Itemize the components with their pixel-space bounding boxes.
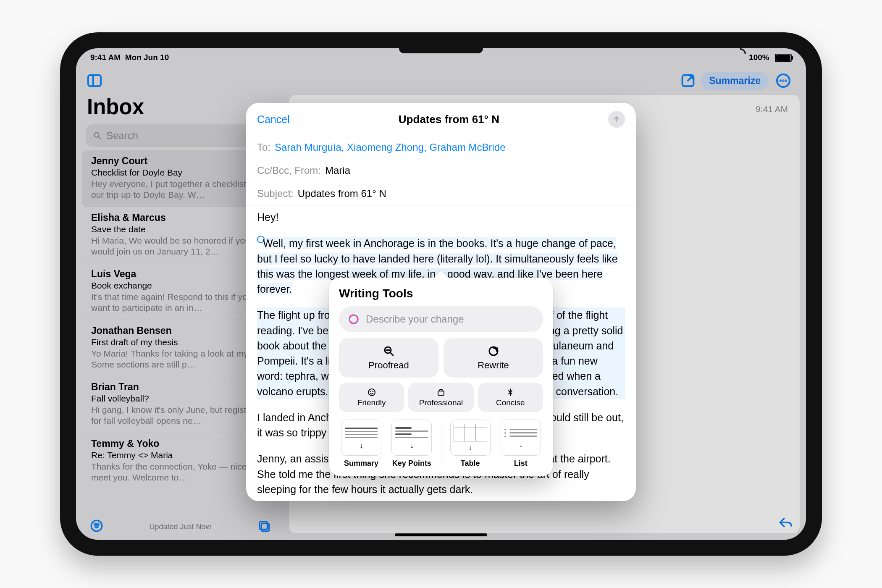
subject-field[interactable]: Subject: Updates from 61° N: [246, 182, 636, 205]
briefcase-icon: [436, 387, 446, 397]
home-indicator[interactable]: [395, 533, 487, 536]
preview-text: It's that time again! Respond to this if…: [91, 291, 272, 314]
compose-footer-icon[interactable]: [257, 519, 271, 535]
table-label: Table: [461, 459, 480, 468]
cancel-button[interactable]: Cancel: [257, 113, 290, 126]
status-time: 9:41 AM: [90, 53, 121, 62]
body-paragraph: Hey!: [257, 210, 625, 225]
svg-point-24: [373, 391, 373, 392]
summary-card[interactable]: ↓ Summary: [339, 420, 383, 468]
subject-line: Checklist for Doyle Bay: [91, 168, 272, 178]
concise-button[interactable]: Concise: [478, 383, 543, 412]
compose-title: Updates from 61° N: [399, 113, 499, 126]
ccbcc-field[interactable]: Cc/Bcc, From: Maria: [246, 159, 636, 182]
professional-button[interactable]: Professional: [408, 383, 473, 412]
subject-line: Re: Temmy <> Maria: [91, 450, 272, 460]
svg-rect-25: [438, 391, 444, 395]
list-card[interactable]: ↓ List: [499, 420, 543, 468]
svg-line-8: [99, 137, 101, 139]
search-icon: [93, 131, 102, 140]
search-placeholder: Search: [106, 130, 138, 142]
svg-point-5: [783, 80, 784, 81]
sender-name: Jonathan Bensen: [91, 325, 272, 336]
wifi-icon: [734, 53, 743, 60]
writing-tools-placeholder: Describe your change: [366, 313, 464, 325]
sender-name: Jenny Court: [91, 155, 272, 167]
updated-label: Updated Just Now: [149, 522, 211, 531]
subject-label: Subject:: [257, 188, 294, 200]
battery-icon: [775, 54, 792, 62]
more-icon[interactable]: [775, 72, 792, 89]
subject-line: Book exchange: [91, 281, 272, 291]
mailbox-title: Inbox: [87, 94, 273, 119]
writing-tools-title: Writing Tools: [339, 287, 543, 300]
compose-icon[interactable]: [680, 72, 696, 89]
apple-intelligence-icon: [347, 313, 360, 326]
ipad-frame: 9:41 AM Mon Jun 10 100% Summarize Inbox …: [60, 32, 822, 556]
status-battery-pct: 100%: [749, 53, 769, 62]
concise-icon: [505, 387, 515, 397]
writing-tools-popover: Writing Tools Describe your change Proof…: [329, 278, 553, 476]
send-button[interactable]: [608, 111, 625, 128]
preview-text: Hey everyone, I put together a checklist…: [91, 178, 272, 201]
rewrite-button[interactable]: Rewrite: [444, 338, 543, 378]
reply-icon[interactable]: [777, 514, 793, 532]
screen: 9:41 AM Mon Jun 10 100% Summarize Inbox …: [76, 48, 806, 540]
svg-point-6: [786, 80, 787, 81]
recipients[interactable]: Sarah Murguía, Xiaomeng Zhong, Graham Mc…: [275, 142, 506, 153]
professional-label: Professional: [419, 398, 463, 407]
list-label: List: [514, 459, 528, 468]
separator: [441, 420, 441, 468]
filter-icon[interactable]: [89, 519, 104, 535]
subject-value: Updates from 61° N: [298, 188, 386, 200]
message-time: 9:41 AM: [756, 104, 788, 114]
status-bar: 9:41 AM Mon Jun 10 100%: [76, 52, 806, 63]
svg-point-23: [370, 391, 370, 392]
summarize-button[interactable]: Summarize: [701, 72, 769, 90]
svg-point-22: [368, 389, 375, 396]
proofread-icon: [383, 345, 395, 357]
concise-label: Concise: [496, 398, 525, 407]
smile-icon: [367, 387, 377, 397]
subject-line: Fall volleyball?: [91, 394, 272, 404]
sender-name: Brian Tran: [91, 381, 272, 393]
summary-label: Summary: [344, 459, 378, 468]
preview-text: Hi gang, I know it's only June, but regi…: [91, 404, 272, 427]
sidebar-toggle-icon[interactable]: [86, 72, 103, 89]
proofread-label: Proofread: [368, 360, 409, 371]
to-label: To:: [257, 142, 270, 153]
svg-point-4: [780, 80, 781, 81]
keypoints-label: Key Points: [392, 459, 431, 468]
from-value: Maria: [325, 165, 350, 176]
keypoints-card[interactable]: ↓ Key Points: [389, 420, 434, 468]
sidebar-footer: Updated Just Now: [82, 519, 278, 535]
preview-text: Yo Maria! Thanks for taking a look at my…: [91, 348, 272, 370]
writing-tools-input[interactable]: Describe your change: [339, 306, 543, 332]
svg-rect-0: [88, 75, 101, 87]
sender-name: Temmy & Yoko: [91, 438, 272, 449]
status-date: Mon Jun 10: [125, 53, 169, 62]
friendly-label: Friendly: [357, 398, 386, 407]
ccbcc-label: Cc/Bcc, From:: [257, 165, 321, 176]
preview-text: Thanks for the connection, Yoko — nice t…: [91, 461, 272, 483]
to-field[interactable]: To: Sarah Murguía, Xiaomeng Zhong, Graha…: [246, 136, 636, 159]
proofread-button[interactable]: Proofread: [339, 338, 438, 378]
subject-line: Save the date: [91, 224, 272, 234]
sender-name: Elisha & Marcus: [91, 212, 272, 223]
top-toolbar: Summarize: [76, 69, 806, 92]
friendly-button[interactable]: Friendly: [339, 383, 404, 412]
subject-line: First draft of my thesis: [91, 337, 272, 347]
rewrite-label: Rewrite: [478, 360, 509, 371]
rewrite-icon: [487, 345, 500, 357]
preview-text: Hi Maria, We would be so honored if you …: [91, 235, 272, 257]
svg-line-19: [390, 353, 393, 355]
sender-name: Luis Vega: [91, 268, 272, 280]
table-card[interactable]: ↓ Table: [448, 420, 493, 468]
